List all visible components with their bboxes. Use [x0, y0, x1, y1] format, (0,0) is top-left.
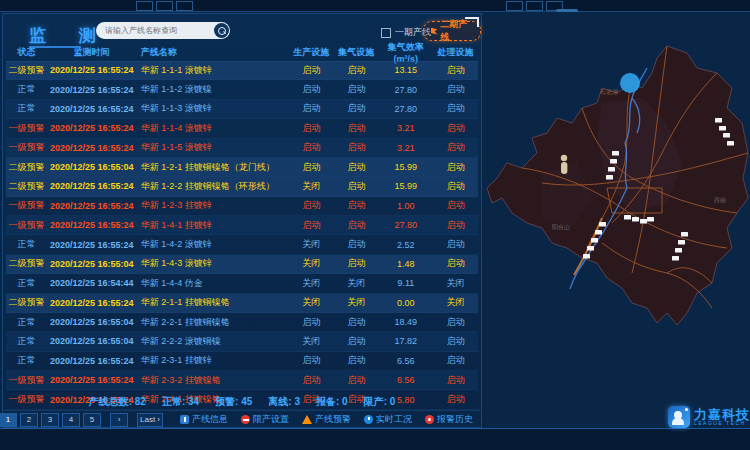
site-marker[interactable] [715, 118, 722, 123]
next-page-button[interactable]: › [110, 413, 128, 427]
district-map-svg: 石岩湖阳台山西丽 [482, 13, 750, 428]
cell-time: 2020/12/25 16:55:24 [47, 201, 137, 211]
cell-treatment: 启动 [433, 64, 478, 77]
site-marker[interactable] [640, 219, 647, 224]
table-row[interactable]: 二级预警2020/12/25 16:55:24华新 1-2-2 挂镀铜镍铬（环形… [6, 177, 478, 196]
cell-time: 2020/12/25 16:55:24 [47, 143, 137, 153]
cell-production: 启动 [289, 102, 334, 115]
table-row[interactable]: 一级预警2020/12/25 16:55:24华新 1-2-3 挂镀锌启动启动1… [6, 197, 478, 216]
cell-gas-collect: 启动 [334, 102, 379, 115]
page-button-4[interactable]: 4 [62, 413, 80, 427]
legend-item-info[interactable]: 产线信息 [180, 413, 228, 426]
table-row[interactable]: 正常2020/12/25 16:54:44华新 1-4-4 仿金关闭关闭9.11… [6, 274, 478, 293]
site-marker[interactable] [608, 167, 615, 172]
table-row[interactable]: 二级预警2020/12/25 16:55:24华新 2-1-1 挂镀铜镍铬关闭关… [6, 294, 478, 313]
summary-item: 报备: 0 [316, 395, 348, 409]
window-control-box [526, 1, 543, 11]
cell-gas-collect: 启动 [334, 354, 379, 367]
cell-status: 二级预警 [6, 161, 47, 174]
column-header: 集气设施 [334, 46, 379, 59]
summary-item: 限产: 0 [364, 395, 396, 409]
table-row[interactable]: 二级预警2020/12/25 16:55:24华新 1-1-1 滚镀锌启动启动1… [6, 61, 478, 80]
cell-status: 一级预警 [6, 141, 47, 154]
cell-time: 2020/12/25 16:54:44 [47, 278, 137, 288]
search-button[interactable] [214, 23, 229, 38]
table-row[interactable]: 二级预警2020/12/25 16:55:04华新 1-2-1 挂镀铜镍铬（龙门… [6, 158, 478, 177]
cell-gas-collect: 启动 [334, 199, 379, 212]
site-marker[interactable] [583, 254, 590, 259]
cell-production: 关闭 [289, 238, 334, 251]
cell-efficiency: 3.21 [379, 123, 434, 133]
window-control-box [136, 1, 153, 11]
page-button-2[interactable]: 2 [20, 413, 38, 427]
table-row[interactable]: 正常2020/12/25 16:55:04华新 2-2-1 挂镀铜镍铬启动启动1… [6, 313, 478, 332]
site-marker[interactable] [624, 215, 631, 220]
cell-gas-collect: 启动 [334, 257, 379, 270]
cell-gas-collect: 启动 [334, 141, 379, 154]
table-row[interactable]: 一级预警2020/12/25 16:55:24华新 1-1-4 滚镀锌启动启动3… [6, 119, 478, 138]
site-marker[interactable] [647, 217, 654, 222]
page-button-5[interactable]: 5 [83, 413, 101, 427]
footer-strip [0, 429, 750, 450]
cell-line-name: 华新 2-3-2 挂镀镍铬 [137, 374, 289, 387]
cell-treatment: 启动 [433, 354, 478, 367]
site-marker[interactable] [723, 133, 730, 138]
cell-status: 二级预警 [6, 180, 47, 193]
legend-item-restrict[interactable]: 限产设置 [241, 413, 289, 426]
cell-production: 启动 [289, 141, 334, 154]
cell-line-name: 华新 2-2-2 滚镀铜镍 [137, 335, 289, 348]
table-row[interactable]: 二级预警2020/12/25 16:55:04华新 1-4-3 滚镀锌关闭启动1… [6, 255, 478, 274]
cell-time: 2020/12/25 16:55:24 [47, 375, 137, 385]
cell-status: 二级预警 [6, 296, 47, 309]
site-marker[interactable] [719, 126, 726, 131]
site-marker[interactable] [681, 232, 688, 237]
cell-line-name: 华新 1-1-3 滚镀锌 [137, 102, 289, 115]
table-row[interactable]: 一级预警2020/12/25 16:55:24华新 2-3-2 挂镀镍铬启动启动… [6, 371, 478, 390]
cell-time: 2020/12/25 16:55:24 [47, 220, 137, 230]
table-row[interactable]: 正常2020/12/25 16:55:04华新 2-2-2 滚镀铜镍关闭启动17… [6, 332, 478, 351]
page-button-3[interactable]: 3 [41, 413, 59, 427]
table-row[interactable]: 正常2020/12/25 16:55:24华新 1-1-3 滚镀锌启动启动27.… [6, 100, 478, 119]
site-marker[interactable] [675, 248, 682, 253]
district-map[interactable]: 石岩湖阳台山西丽 [482, 13, 750, 428]
site-marker[interactable] [612, 151, 619, 156]
page-button-1[interactable]: 1 [0, 413, 17, 427]
site-marker[interactable] [610, 159, 617, 164]
cell-time: 2020/12/25 16:55:04 [47, 259, 137, 269]
cell-production: 关闭 [289, 180, 334, 193]
summary-item: 预警: 45 [215, 395, 252, 409]
cell-time: 2020/12/25 16:55:24 [47, 356, 137, 366]
legend-item-alarm[interactable]: 报警历史 [425, 413, 473, 426]
site-marker[interactable] [595, 230, 602, 235]
table-row[interactable]: 正常2020/12/25 16:55:24华新 2-3-1 挂镀锌启动启动6.5… [6, 352, 478, 371]
cell-efficiency: 18.49 [379, 317, 434, 327]
realtime-icon [364, 415, 373, 424]
site-marker[interactable] [678, 240, 685, 245]
table-row[interactable]: 正常2020/12/25 16:55:24华新 1-4-2 滚镀锌关闭启动2.5… [6, 235, 478, 254]
site-marker[interactable] [591, 238, 598, 243]
legend-item-realtime[interactable]: 实时工况 [364, 413, 412, 426]
cell-production: 启动 [289, 122, 334, 135]
cell-line-name: 华新 1-4-2 滚镀锌 [137, 238, 289, 251]
site-marker[interactable] [632, 217, 639, 222]
site-marker[interactable] [599, 222, 606, 227]
table-row[interactable]: 一级预警2020/12/25 16:55:24华新 1-1-5 滚镀锌启动启动3… [6, 139, 478, 158]
cell-efficiency: 15.99 [379, 162, 434, 172]
cell-efficiency: 6.56 [379, 375, 434, 385]
column-header: 处理设施 [433, 46, 478, 59]
table-row[interactable]: 一级预警2020/12/25 16:55:24华新 1-4-1 挂镀锌启动启动2… [6, 216, 478, 235]
site-marker[interactable] [587, 246, 594, 251]
table-row[interactable]: 正常2020/12/25 16:55:24华新 1-1-2 滚镀镍启动启动27.… [6, 80, 478, 99]
cell-gas-collect: 启动 [334, 64, 379, 77]
site-marker[interactable] [606, 175, 613, 180]
legend-item-warning[interactable]: 产线预警 [302, 413, 351, 426]
reservoir-marker[interactable] [620, 73, 640, 93]
cell-status: 正常 [6, 354, 47, 367]
search-input[interactable] [96, 26, 214, 35]
site-marker[interactable] [672, 256, 679, 261]
cell-production: 关闭 [289, 257, 334, 270]
last-page-button[interactable]: Last › [137, 413, 163, 427]
site-marker[interactable] [727, 141, 734, 146]
cell-time: 2020/12/25 16:55:04 [47, 317, 137, 327]
cell-production: 启动 [289, 354, 334, 367]
